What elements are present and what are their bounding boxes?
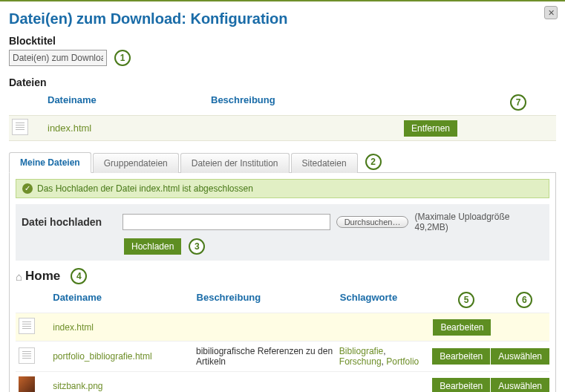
annotation-5: 5 bbox=[458, 292, 474, 308]
file-icon bbox=[19, 347, 35, 364]
filelist-col-name: Dateiname bbox=[53, 292, 196, 308]
select-button[interactable]: Auswählen bbox=[491, 348, 549, 365]
file-icon bbox=[12, 119, 28, 135]
check-icon: ✓ bbox=[22, 183, 33, 194]
file-source-tabs: Meine Dateien Gruppendateien Dateien der… bbox=[9, 151, 556, 173]
col-description: Beschreibung bbox=[211, 94, 404, 111]
file-desc: bibiliografische Referenzen zu den Artik… bbox=[196, 346, 339, 367]
blocktitle-input[interactable] bbox=[9, 50, 107, 66]
upload-size-hint: (Maximale Uploadgröße 49,2MB) bbox=[414, 212, 543, 232]
home-icon: ⌂ bbox=[16, 270, 22, 283]
selected-file-link[interactable]: index.html bbox=[48, 122, 91, 134]
file-list-header: Dateiname Beschreibung Schlagworte 5 6 bbox=[16, 289, 549, 313]
filelist-col-desc: Beschreibung bbox=[197, 292, 340, 308]
annotation-2: 2 bbox=[365, 154, 382, 170]
tab-site-files[interactable]: Sitedateien bbox=[291, 153, 358, 173]
dialog-title: Datei(en) zum Download: Konfiguration bbox=[9, 10, 556, 27]
upload-submit-button[interactable]: Hochladen bbox=[124, 238, 181, 255]
upload-label: Datei hochladen bbox=[22, 216, 117, 228]
tab-panel: ✓ Das Hochladen der Datei index.html ist… bbox=[9, 173, 556, 392]
message-text: Das Hochladen der Datei index.html ist a… bbox=[37, 183, 253, 194]
blocktitle-label: Blocktitel bbox=[9, 35, 556, 47]
selected-files-header: Dateiname Beschreibung 7 bbox=[9, 91, 556, 115]
file-icon bbox=[19, 318, 35, 334]
edit-button[interactable]: Bearbeiten bbox=[433, 319, 491, 336]
file-row: portfolio_bibliografie.html bibiliografi… bbox=[16, 341, 549, 371]
image-thumb-icon bbox=[19, 376, 35, 392]
tab-my-files[interactable]: Meine Dateien bbox=[9, 152, 91, 173]
annotation-7: 7 bbox=[510, 94, 526, 111]
breadcrumb-home[interactable]: Home bbox=[25, 269, 60, 284]
file-row: sitzbank.png Bearbeiten Auswählen bbox=[16, 371, 549, 392]
file-row: index.html Bearbeiten bbox=[16, 313, 549, 341]
tag-link[interactable]: Bibliografie bbox=[339, 346, 383, 356]
tab-group-files[interactable]: Gruppendateien bbox=[93, 153, 179, 173]
files-section-label: Dateien bbox=[9, 76, 556, 88]
col-filename: Dateiname bbox=[48, 94, 211, 111]
file-tags: Bibliografie, Forschung, Portfolio bbox=[339, 346, 432, 367]
filelist-col-tags: Schlagworte bbox=[340, 292, 434, 308]
annotation-1: 1 bbox=[114, 50, 131, 66]
upload-success-message: ✓ Das Hochladen der Datei index.html ist… bbox=[16, 179, 549, 198]
select-button[interactable]: Auswählen bbox=[491, 378, 549, 393]
tab-institution-files[interactable]: Dateien der Institution bbox=[180, 153, 290, 173]
annotation-6: 6 bbox=[516, 292, 532, 308]
close-icon[interactable]: ✕ bbox=[544, 6, 558, 19]
selected-file-row: index.html Entfernen bbox=[9, 115, 556, 141]
file-link[interactable]: sitzbank.png bbox=[53, 381, 102, 391]
breadcrumb: ⌂ Home 4 bbox=[16, 268, 549, 284]
upload-file-field[interactable] bbox=[123, 214, 330, 230]
browse-button[interactable]: Durchsuchen… bbox=[336, 216, 409, 228]
remove-file-button[interactable]: Entfernen bbox=[404, 120, 457, 137]
config-dialog: ✕ Datei(en) zum Download: Konfiguration … bbox=[0, 0, 565, 392]
upload-area: Datei hochladen Durchsuchen… (Maximale U… bbox=[16, 204, 549, 261]
file-link[interactable]: index.html bbox=[53, 322, 94, 333]
edit-button[interactable]: Bearbeiten bbox=[432, 348, 490, 365]
annotation-4: 4 bbox=[71, 268, 87, 284]
file-link[interactable]: portfolio_bibliografie.html bbox=[53, 351, 151, 362]
annotation-3: 3 bbox=[189, 238, 205, 255]
tag-link[interactable]: Forschung bbox=[339, 356, 382, 367]
tag-link[interactable]: Portfolio bbox=[386, 356, 419, 367]
edit-button[interactable]: Bearbeiten bbox=[432, 378, 490, 393]
